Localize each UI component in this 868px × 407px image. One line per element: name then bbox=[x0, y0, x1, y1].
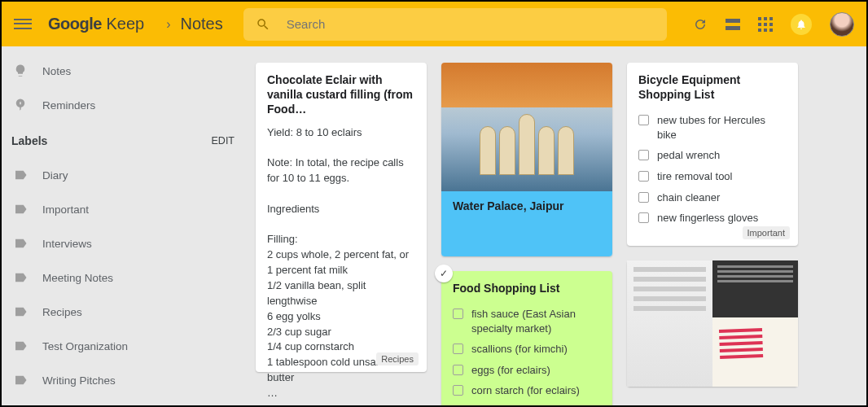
label-icon bbox=[11, 166, 29, 184]
list-item[interactable]: eggs (for eclairs) bbox=[453, 360, 601, 381]
reminder-icon bbox=[11, 96, 29, 114]
create-new-label[interactable]: Create new label bbox=[2, 400, 246, 405]
svg-rect-2 bbox=[758, 17, 761, 20]
svg-rect-8 bbox=[758, 28, 761, 32]
sidebar-item-label: Meeting Notes bbox=[42, 272, 113, 284]
labels-edit-button[interactable]: EDIT bbox=[212, 135, 235, 147]
list-item[interactable]: tire removal tool bbox=[638, 166, 787, 187]
sidebar-item-label: Writing Pitches bbox=[42, 374, 116, 387]
label-icon bbox=[11, 371, 29, 389]
header-actions bbox=[693, 12, 854, 37]
checkbox-icon[interactable] bbox=[453, 385, 463, 396]
label-icon bbox=[11, 269, 29, 287]
note-tag[interactable]: Recipes bbox=[376, 352, 419, 365]
svg-rect-5 bbox=[758, 23, 761, 26]
note-checklist: new tubes for Hercules bike pedal wrench… bbox=[638, 110, 787, 228]
account-avatar[interactable] bbox=[830, 12, 854, 37]
checkbox-icon[interactable] bbox=[453, 344, 463, 354]
labels-title: Labels bbox=[11, 134, 47, 147]
sidebar-item-label: Test Organization bbox=[42, 340, 128, 352]
note-card-palace[interactable]: Water Palace, Jaipur bbox=[441, 63, 612, 256]
refresh-icon[interactable] bbox=[693, 17, 708, 32]
svg-rect-6 bbox=[764, 23, 767, 26]
checkbox-icon[interactable] bbox=[453, 309, 463, 319]
label-icon bbox=[11, 337, 29, 355]
list-item[interactable]: scallions (for kimchi) bbox=[453, 339, 601, 360]
svg-rect-10 bbox=[769, 28, 773, 32]
select-check-icon[interactable]: ✓ bbox=[435, 265, 453, 282]
logo-main: Google bbox=[48, 15, 102, 33]
svg-rect-1 bbox=[726, 26, 740, 30]
label-icon bbox=[11, 234, 29, 252]
sidebar-label-important[interactable]: Important bbox=[2, 195, 246, 224]
sidebar: Notes Reminders Labels EDIT Diary Import… bbox=[2, 46, 246, 405]
search-box[interactable] bbox=[243, 8, 667, 41]
page-title: Notes bbox=[181, 15, 223, 33]
note-title: Food Shopping List bbox=[453, 281, 601, 295]
note-image bbox=[441, 63, 612, 191]
list-item[interactable]: fish sauce (East Asian specialty market) bbox=[453, 304, 601, 339]
sidebar-label-meeting-notes[interactable]: Meeting Notes bbox=[2, 263, 246, 292]
svg-rect-9 bbox=[764, 28, 767, 32]
sidebar-label-writing-pitches[interactable]: Writing Pitches bbox=[2, 365, 246, 395]
sidebar-item-label: Notes bbox=[42, 65, 71, 77]
list-item[interactable]: new tubes for Hercules bike bbox=[638, 110, 787, 145]
svg-rect-3 bbox=[764, 17, 767, 20]
notifications-icon[interactable] bbox=[791, 14, 812, 35]
app-header: Google Keep › Notes bbox=[2, 2, 866, 46]
app-logo[interactable]: Google Keep bbox=[48, 15, 144, 33]
checkbox-icon[interactable] bbox=[638, 171, 649, 182]
note-card-photo[interactable] bbox=[627, 260, 798, 387]
checkbox-icon[interactable] bbox=[638, 192, 649, 203]
note-card-eclair[interactable]: Chocolate Eclair with vanilla custard fi… bbox=[256, 63, 427, 372]
lightbulb-icon bbox=[11, 62, 29, 80]
note-checklist: fish sauce (East Asian specialty market)… bbox=[453, 304, 601, 405]
apps-grid-icon[interactable] bbox=[758, 17, 773, 32]
view-toggle-icon[interactable] bbox=[726, 19, 740, 30]
list-item[interactable]: corn starch (for eclairs) bbox=[453, 380, 601, 401]
sidebar-item-notes[interactable]: Notes bbox=[2, 56, 246, 85]
svg-rect-4 bbox=[769, 17, 773, 20]
list-item[interactable]: pedal wrench bbox=[638, 145, 787, 166]
list-item[interactable]: new fingerless gloves bbox=[638, 208, 787, 229]
search-input[interactable] bbox=[287, 17, 655, 31]
checkbox-icon[interactable] bbox=[638, 115, 649, 125]
search-icon bbox=[256, 17, 270, 32]
note-image-left bbox=[627, 260, 712, 387]
svg-rect-0 bbox=[726, 19, 740, 23]
menu-icon[interactable] bbox=[14, 15, 32, 33]
label-icon bbox=[11, 200, 29, 218]
list-item[interactable]: carrots bbox=[453, 401, 601, 405]
checkbox-icon[interactable] bbox=[638, 212, 649, 223]
sidebar-label-recipes[interactable]: Recipes bbox=[2, 297, 246, 326]
list-item[interactable]: chain cleaner bbox=[638, 187, 787, 208]
notes-grid-main: Chocolate Eclair with vanilla custard fi… bbox=[246, 46, 866, 405]
note-card-bike-list[interactable]: Bicycle Equipment Shopping List new tube… bbox=[627, 63, 798, 246]
sidebar-item-label: Important bbox=[42, 204, 89, 216]
sidebar-item-reminders[interactable]: Reminders bbox=[2, 90, 246, 120]
label-icon bbox=[11, 303, 29, 321]
note-title: Water Palace, Jaipur bbox=[441, 191, 612, 256]
sidebar-item-label: Reminders bbox=[42, 99, 95, 112]
logo-sub: Keep bbox=[106, 15, 144, 33]
checkbox-icon[interactable] bbox=[638, 150, 649, 160]
note-card-food-list[interactable]: ✓ Food Shopping List fish sauce (East As… bbox=[441, 271, 612, 405]
svg-rect-7 bbox=[769, 23, 773, 26]
note-title: Chocolate Eclair with vanilla custard fi… bbox=[267, 72, 415, 117]
labels-section-header: Labels EDIT bbox=[2, 126, 246, 155]
sidebar-item-label: Recipes bbox=[42, 306, 82, 318]
sidebar-item-label: Diary bbox=[42, 169, 68, 182]
sidebar-item-label: Interviews bbox=[42, 238, 92, 250]
note-tag[interactable]: Important bbox=[743, 226, 790, 239]
note-image-right bbox=[712, 260, 798, 387]
sidebar-label-test-organization[interactable]: Test Organization bbox=[2, 331, 246, 361]
sidebar-label-interviews[interactable]: Interviews bbox=[2, 229, 246, 258]
sidebar-label-diary[interactable]: Diary bbox=[2, 160, 246, 190]
chevron-right-icon: › bbox=[166, 17, 170, 32]
note-title: Bicycle Equipment Shopping List bbox=[638, 72, 787, 102]
checkbox-icon[interactable] bbox=[453, 365, 463, 375]
